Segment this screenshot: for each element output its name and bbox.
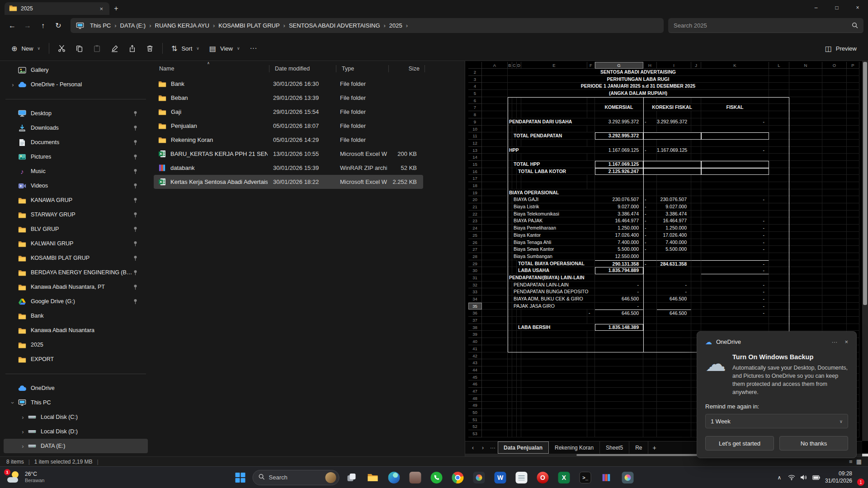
sheet-tab[interactable]: Data Penjualan <box>498 441 549 454</box>
file-row[interactable]: databank30/01/2026 15:39WinRAR ZIP archi… <box>154 161 423 175</box>
breadcrumb-item[interactable]: This PC <box>87 21 114 30</box>
details-view-icon[interactable]: ≡ <box>849 458 853 465</box>
sidebar-item[interactable]: KANAWA GRUP <box>4 193 148 207</box>
sidebar-item[interactable]: OneDrive <box>4 381 148 395</box>
sidebar-item[interactable]: Desktop <box>4 106 148 121</box>
column-header-size[interactable]: Size <box>389 62 425 75</box>
sidebar-item[interactable]: Bank <box>4 309 148 323</box>
forward-button[interactable]: → <box>20 19 35 33</box>
breadcrumb-item[interactable]: RUANG KERJA AYU <box>152 21 212 30</box>
sidebar-item[interactable]: ›Local Disk (C:) <box>4 410 148 424</box>
file-row[interactable]: Beban29/01/2026 13:39File folder <box>154 91 423 105</box>
sidebar-item[interactable]: Kanawa Abadi Nusantara <box>4 323 148 338</box>
sidebar-item[interactable]: STARWAY GRUP <box>4 207 148 222</box>
file-row[interactable]: XKertas Kerja Sentosa Abadi Advertaising… <box>154 175 423 189</box>
sidebar-item[interactable]: Gallery <box>4 63 148 77</box>
file-row[interactable]: XBARU_KERTAS KERJA PPH 21 SENTOSA A...13… <box>154 147 423 161</box>
add-sheet-icon[interactable]: + <box>648 444 660 451</box>
back-button[interactable]: ← <box>5 19 20 33</box>
taskbar-app-excel[interactable]: X <box>555 469 573 487</box>
share-button[interactable] <box>123 40 141 56</box>
view-button[interactable]: ▤ View ∨ <box>204 40 245 56</box>
breadcrumb-item[interactable]: DATA (E:) <box>117 21 149 30</box>
refresh-button[interactable]: ↻ <box>51 19 66 33</box>
sidebar-item[interactable]: Google Drive (G:) <box>4 294 148 309</box>
copy-button[interactable] <box>71 40 88 56</box>
start-button[interactable] <box>231 469 250 487</box>
popup-more-icon[interactable]: ··· <box>831 338 837 345</box>
maximize-button[interactable]: □ <box>826 0 847 15</box>
close-button[interactable]: × <box>847 0 868 15</box>
column-header-type[interactable]: Type <box>336 62 389 75</box>
cut-button[interactable] <box>53 40 71 56</box>
more-options-button[interactable]: ··· <box>245 40 262 56</box>
chevron-up-icon[interactable]: ∧ <box>776 474 783 481</box>
get-started-button[interactable]: Let's get started <box>705 436 774 450</box>
delete-button[interactable] <box>141 40 159 56</box>
breadcrumb-item[interactable]: 2025 <box>386 21 406 30</box>
sheet-nav-icon[interactable]: ‹ <box>468 445 478 451</box>
sidebar-item[interactable]: BERDAYA ENERGY ENGINERING (BEE) GRUP <box>4 265 148 280</box>
breadcrumb-item[interactable]: KOSAMBI PLAT GRUP <box>215 21 283 30</box>
sheet-nav-icon[interactable]: › <box>478 445 488 451</box>
remind-select[interactable]: 1 Week ∨ <box>705 414 848 428</box>
paste-button[interactable] <box>88 40 106 56</box>
weather-widget[interactable]: 1 26°C Berawan <box>1 467 50 488</box>
taskbar-app-word[interactable]: W <box>491 469 509 487</box>
sidebar-item[interactable]: KOSAMBI PLAT GRUP <box>4 251 148 265</box>
sidebar-item[interactable]: EXPORT <box>4 352 148 366</box>
minimize-button[interactable]: – <box>806 0 826 15</box>
sidebar-item[interactable]: ›This PC <box>4 395 148 410</box>
explorer-tab[interactable]: 2025 × <box>5 2 109 15</box>
vertical-scrollbar[interactable] <box>862 61 868 441</box>
sidebar-item[interactable]: Videos <box>4 178 148 193</box>
search-input[interactable]: Search 2025 <box>668 18 863 33</box>
sidebar-item[interactable]: Documents <box>4 135 148 150</box>
sidebar-item[interactable]: KALWANI GRUP <box>4 236 148 251</box>
taskbar-app-paint[interactable] <box>619 469 637 487</box>
taskbar-app-winrar[interactable] <box>598 469 616 487</box>
no-thanks-button[interactable]: No thanks <box>779 436 848 450</box>
sidebar-item[interactable]: Kanawa Abadi Nusantara, PT <box>4 280 148 294</box>
new-button[interactable]: ⊕ New ∨ <box>6 40 45 56</box>
file-row[interactable]: Rekening Koran05/01/2026 14:29File folde… <box>154 133 423 147</box>
wifi-icon[interactable] <box>788 474 795 480</box>
rename-button[interactable] <box>106 40 123 56</box>
taskbar-app-whatsapp[interactable] <box>428 469 446 487</box>
taskbar-search[interactable]: Search <box>253 470 340 485</box>
sidebar-item[interactable]: Downloads <box>4 121 148 135</box>
taskbar-app-terminal[interactable]: >_ <box>576 469 594 487</box>
clock[interactable]: 09:28 31/01/2026 <box>825 470 852 484</box>
sidebar-item[interactable]: ♪Music <box>4 164 148 178</box>
breadcrumb-item[interactable]: SENTOSA ABADI ADVERTAISING <box>286 21 383 30</box>
up-button[interactable]: ↑ <box>35 19 51 33</box>
column-header-date[interactable]: Date modified <box>269 62 336 75</box>
popup-close-icon[interactable]: × <box>844 338 848 345</box>
file-row[interactable]: Penjualan05/01/2026 18:07File folder <box>154 119 423 133</box>
taskbar-app-archive-box[interactable] <box>406 469 425 487</box>
sidebar-item[interactable]: ›OneDrive - Personal <box>4 77 148 92</box>
sidebar-item[interactable]: BLV GRUP <box>4 222 148 236</box>
sheet-tab[interactable]: Sheet5 <box>600 441 629 454</box>
battery-icon[interactable] <box>812 475 820 480</box>
sidebar-item[interactable]: ›DATA (E:) <box>4 439 148 453</box>
notification-badge[interactable]: 1 <box>857 479 864 486</box>
sheet-nav-icon[interactable]: ··· <box>488 445 498 451</box>
new-tab-button[interactable]: + <box>109 2 123 15</box>
taskbar-app-opera[interactable]: O <box>534 469 552 487</box>
sort-button[interactable]: ⇅ Sort ∨ <box>166 40 204 56</box>
volume-icon[interactable] <box>800 474 807 480</box>
sidebar-item[interactable]: Pictures <box>4 150 148 164</box>
breadcrumb-bar[interactable]: This PC›DATA (E:)›RUANG KERJA AYU›KOSAMB… <box>71 18 664 33</box>
taskbar-app-photos[interactable] <box>470 469 488 487</box>
close-tab-icon[interactable]: × <box>98 5 105 12</box>
file-row[interactable]: Bank30/01/2026 16:30File folder <box>154 77 423 91</box>
scrollbar-thumb[interactable] <box>863 62 867 305</box>
sidebar-item[interactable]: ›Local Disk (D:) <box>4 424 148 439</box>
taskbar-app-file-explorer[interactable] <box>364 469 382 487</box>
file-row[interactable]: Gaji29/01/2026 15:54File folder <box>154 105 423 119</box>
taskbar-app-chrome[interactable] <box>449 469 467 487</box>
large-icons-view-icon[interactable]: ▦ <box>856 458 862 465</box>
sheet-tab[interactable]: Re <box>629 441 648 454</box>
taskbar-app-notepad[interactable] <box>513 469 531 487</box>
